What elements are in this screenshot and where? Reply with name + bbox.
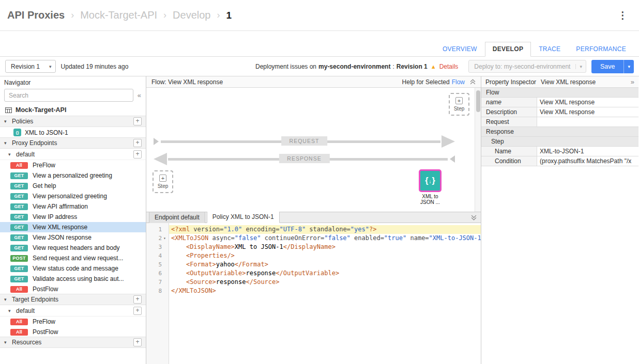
- inspector-section-response: Response: [481, 127, 638, 137]
- add-step-button-request[interactable]: + Step: [449, 93, 469, 116]
- editor-gutter: 12▾345678: [146, 223, 169, 364]
- code-line[interactable]: <XMLToJSON async="false" continueOnError…: [169, 234, 481, 243]
- tab-policy-xml-to-json[interactable]: Policy XML to JSON-1: [207, 211, 280, 223]
- add-button[interactable]: +: [133, 117, 142, 125]
- xml-to-json-policy-node[interactable]: { ↓ } XML to JSON ...: [415, 169, 445, 205]
- kebab-menu-icon[interactable]: ⋮: [614, 8, 632, 22]
- chevron-down-icon[interactable]: ▾: [4, 297, 9, 302]
- add-button[interactable]: +: [133, 139, 142, 147]
- navigator-tree: ▾Policies+{}XML to JSON-1▾Proxy Endpoint…: [0, 116, 146, 348]
- collapse-editor-icon[interactable]: [471, 215, 477, 220]
- nav-flow-view-xml-response[interactable]: GETView XML response: [0, 222, 146, 232]
- nav-section-resources[interactable]: ▾Resources+: [0, 337, 146, 348]
- nav-flow-view-request-headers-and-body[interactable]: GETView request headers and body: [0, 243, 146, 253]
- chevron-down-icon: ▾: [575, 64, 586, 69]
- chevron-down-icon[interactable]: ▾: [4, 119, 9, 124]
- tab-trace[interactable]: TRACE: [531, 42, 568, 57]
- nav-flow-view-personalized-greeting[interactable]: GETView personalized greeting: [0, 191, 146, 201]
- nav-section-proxy-endpoints[interactable]: ▾Proxy Endpoints+: [0, 137, 146, 149]
- nav-flow-send-request-and-view-request[interactable]: POSTSend request and view request...: [0, 253, 146, 263]
- nav-flow-preflow[interactable]: AllPreFlow: [0, 160, 146, 170]
- chevron-down-icon[interactable]: ▾: [8, 308, 13, 313]
- chevron-down-icon[interactable]: ▾: [4, 340, 9, 345]
- nav-flow-get-help[interactable]: GETGet help: [0, 181, 146, 191]
- nav-flow-view-ip-address[interactable]: GETView IP address: [0, 212, 146, 222]
- fold-icon[interactable]: ▾: [162, 234, 168, 243]
- add-button[interactable]: +: [133, 338, 142, 346]
- code-line[interactable]: <Source>response</Source>: [169, 278, 481, 287]
- nav-flow-validate-access-using-basic-aut[interactable]: GETValidate access using basic aut...: [0, 274, 146, 284]
- flow-scrollbar[interactable]: [475, 88, 481, 212]
- method-badge: GET: [10, 193, 28, 200]
- tab-develop[interactable]: DEVELOP: [485, 42, 531, 57]
- collapse-navigator-icon[interactable]: «: [136, 91, 143, 99]
- add-button[interactable]: +: [133, 150, 142, 159]
- inspector-row-request: Request: [481, 117, 638, 127]
- collapse-flow-icon[interactable]: [470, 79, 476, 85]
- nav-group-default[interactable]: ▾default+: [0, 305, 146, 316]
- deployment-environment: my-second-environment: [318, 63, 390, 70]
- inspector-field-label: Name: [481, 147, 537, 156]
- flow-help-link[interactable]: Flow: [452, 78, 465, 86]
- nav-flow-postflow[interactable]: AllPostFlow: [0, 284, 146, 294]
- code-line[interactable]: </XMLToJSON>: [169, 287, 481, 295]
- code-line[interactable]: <DisplayName>XML to JSON-1</DisplayName>: [169, 243, 481, 251]
- line-number: 5: [146, 260, 169, 269]
- breadcrumb-api-proxies[interactable]: API Proxies: [7, 9, 65, 21]
- scrollbar-thumb[interactable]: [476, 90, 480, 112]
- nav-group-default[interactable]: ▾default+: [0, 149, 146, 160]
- search-input[interactable]: [4, 89, 133, 102]
- nav-section-policies[interactable]: ▾Policies+: [0, 116, 146, 127]
- nav-flow-view-status-code-and-message[interactable]: GETView status code and message: [0, 263, 146, 274]
- add-button[interactable]: +: [133, 295, 142, 304]
- breadcrumb-separator: ›: [163, 10, 166, 21]
- deploy-to-select[interactable]: Deploy to: my-second-environment ▾: [468, 60, 586, 73]
- save-dropdown-icon[interactable]: ▾: [623, 60, 634, 73]
- tab-endpoint-default[interactable]: Endpoint default: [149, 212, 205, 223]
- code-line[interactable]: <Properties/>: [169, 251, 481, 260]
- method-badge: All: [10, 319, 28, 325]
- nav-flow-view-a-personalized-greeting[interactable]: GETView a personalized greeting: [0, 170, 146, 181]
- expand-inspector-icon[interactable]: »: [631, 78, 634, 86]
- navigator-title: Navigator: [0, 76, 146, 88]
- nav-proxy-root[interactable]: Mock-Target-API: [0, 104, 146, 116]
- nav-flow-view-json-response[interactable]: GETView JSON response: [0, 232, 146, 243]
- xml-to-json-policy-icon: { ↓ }: [419, 169, 442, 192]
- code-line[interactable]: <Format>yahoo</Format>: [169, 260, 481, 269]
- details-link[interactable]: Details: [439, 63, 459, 70]
- revision-select[interactable]: Revision 1 ▾: [5, 60, 56, 73]
- inspector-value-request[interactable]: [537, 117, 638, 126]
- tab-overview[interactable]: OVERVIEW: [435, 42, 485, 57]
- inspector-row-condition: Condition(proxy.pathsuffix MatchesPath "…: [481, 156, 638, 166]
- chevron-down-icon[interactable]: ▾: [8, 152, 13, 157]
- inspector-value-name[interactable]: XML-to-JSON-1: [537, 147, 638, 156]
- nav-section-target-endpoints[interactable]: ▾Target Endpoints+: [0, 294, 146, 305]
- breadcrumb-proxy-name[interactable]: Mock-Target-API: [80, 9, 157, 21]
- nav-policy-xml-to-json-1[interactable]: {}XML to JSON-1: [0, 127, 146, 138]
- updated-timestamp: Updated 19 minutes ago: [61, 63, 129, 70]
- code-line[interactable]: <OutputVariable>response</OutputVariable…: [169, 269, 481, 278]
- nav-flow-postflow[interactable]: AllPostFlow: [0, 327, 146, 337]
- nav-flow-preflow[interactable]: AllPreFlow: [0, 316, 146, 327]
- inspector-field-label: Description: [481, 107, 537, 117]
- add-step-button-response[interactable]: + Step: [153, 170, 173, 193]
- nav-flow-view-api-affirmation[interactable]: GETView API affirmation: [0, 201, 146, 212]
- inspector-value-description[interactable]: View XML response: [537, 107, 638, 117]
- chevron-down-icon[interactable]: ▾: [4, 140, 9, 146]
- method-badge: POST: [10, 255, 28, 262]
- inspector-value-condition[interactable]: (proxy.pathsuffix MatchesPath "/x: [537, 156, 638, 166]
- plus-icon: +: [455, 97, 463, 104]
- line-number: 7: [146, 278, 169, 287]
- save-button[interactable]: Save ▾: [591, 60, 634, 73]
- inspector-header: Property Inspector View XML response »: [481, 76, 638, 88]
- add-button[interactable]: +: [133, 307, 142, 315]
- inspector-value-name[interactable]: View XML response: [537, 98, 638, 107]
- editor-code[interactable]: <?xml version="1.0" encoding="UTF-8" sta…: [169, 223, 481, 364]
- editor-tab-bar: Endpoint default Policy XML to JSON-1: [146, 212, 481, 223]
- method-badge: All: [10, 329, 28, 336]
- breadcrumb-develop[interactable]: Develop: [173, 9, 210, 21]
- tab-performance[interactable]: PERFORMANCE: [568, 42, 634, 57]
- code-line[interactable]: <?xml version="1.0" encoding="UTF-8" sta…: [169, 225, 481, 234]
- inspector-section-flow: Flow: [481, 88, 638, 98]
- code-editor[interactable]: 12▾345678 <?xml version="1.0" encoding="…: [146, 223, 481, 364]
